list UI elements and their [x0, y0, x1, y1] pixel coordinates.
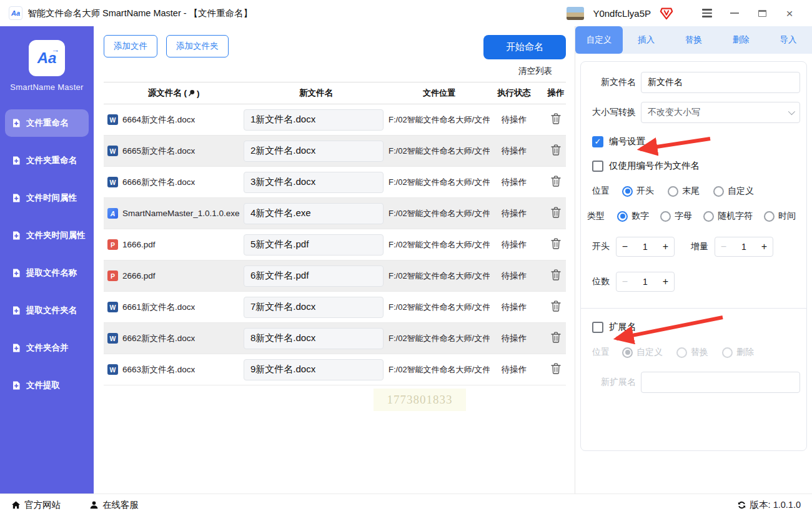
sidebar-item-2[interactable]: 文件夹重命名 [5, 147, 89, 174]
tab-删除[interactable]: 删除 [717, 26, 765, 54]
minimize-button[interactable] [721, 3, 748, 23]
file-location: F:/02智能文件命名大师/文件. [389, 146, 490, 157]
delete-row-button[interactable] [551, 238, 561, 249]
sidebar-item-4[interactable]: 文件夹时间属性 [5, 222, 89, 249]
maximize-icon [758, 10, 766, 17]
only-number-checkbox[interactable] [592, 161, 603, 172]
chevron-down-icon [788, 108, 795, 115]
radio-末尾[interactable]: 末尾 [664, 186, 700, 197]
tab-自定义[interactable]: 自定义 [575, 26, 623, 54]
delete-row-button[interactable] [551, 332, 561, 343]
source-file-name: 6664新文件名.docx [122, 114, 195, 126]
new-file-name-input[interactable] [244, 234, 384, 256]
radio-随机字符[interactable]: 随机字符 [700, 211, 753, 222]
footer: 官方网站 在线客服 版本: 1.0.1.0 [0, 494, 812, 516]
trash-icon [551, 144, 561, 156]
add-folder-button[interactable]: 添加文件夹 [166, 35, 229, 57]
app-window: Aa 智能文件命名大师 SmartName Master - 【文件重命名】 Y… [0, 0, 812, 516]
clear-list-button[interactable]: 清空列表 [518, 66, 552, 76]
titlebar: Aa 智能文件命名大师 SmartName Master - 【文件重命名】 Y… [0, 0, 812, 26]
file-type-icon: P [107, 239, 118, 250]
trash-icon [551, 113, 561, 124]
new-file-name-input[interactable] [244, 359, 384, 380]
delete-row-button[interactable] [551, 176, 561, 187]
radio-icon [622, 186, 633, 197]
sidebar-item-label: 文件提取 [26, 380, 60, 391]
radio-时间[interactable]: 时间 [760, 211, 796, 222]
official-site-link[interactable]: 官方网站 [11, 499, 61, 511]
delete-row-button[interactable] [551, 144, 561, 156]
user-avatar[interactable] [567, 7, 584, 20]
file-type-icon: W [107, 333, 118, 344]
execution-status: 待操作 [490, 333, 538, 344]
plus-button[interactable]: + [657, 272, 674, 291]
source-file-name: SmartNameMaster_1.0.1.0.exe [122, 209, 240, 218]
minus-button[interactable]: − [616, 237, 633, 256]
delete-row-button[interactable] [551, 269, 561, 280]
maximize-button[interactable] [748, 3, 776, 23]
radio-数字[interactable]: 数字 [613, 211, 649, 222]
stepper-value: 1 [633, 277, 657, 287]
new-extension-input[interactable] [641, 372, 800, 393]
tab-替换[interactable]: 替换 [670, 26, 718, 54]
sidebar-item-6[interactable]: 提取文件夹名 [5, 297, 89, 324]
new-file-name-input[interactable] [244, 265, 384, 287]
sidebar: Aa→ SmartName Master 文件重命名 文件夹重命名 文件时间属性… [0, 26, 94, 494]
sidebar-item-7[interactable]: 文件夹合并 [5, 334, 89, 362]
radio-替换[interactable]: 替换 [673, 347, 708, 358]
new-file-name-input[interactable] [244, 109, 384, 131]
radio-自定义[interactable]: 自定义 [710, 186, 754, 197]
refresh-icon[interactable] [737, 500, 746, 510]
source-file-name: 6665新文件名.docx [122, 146, 195, 157]
delete-row-button[interactable] [551, 207, 561, 218]
radio-icon [617, 211, 628, 222]
stepper-label: 开头 [592, 241, 610, 252]
delete-row-button[interactable] [551, 363, 561, 374]
add-file-button[interactable]: 添加文件 [104, 35, 157, 57]
radio-开头[interactable]: 开头 [618, 186, 654, 197]
minus-button[interactable]: − [616, 272, 633, 291]
sidebar-item-8[interactable]: 文件提取 [5, 372, 89, 399]
tab-导入[interactable]: 导入 [765, 26, 812, 54]
radio-删除[interactable]: 删除 [718, 347, 754, 358]
sidebar-item-label: 文件夹合并 [26, 342, 69, 354]
start-rename-button[interactable]: 开始命名 [483, 35, 566, 59]
delete-row-button[interactable] [551, 300, 561, 312]
new-file-name-input[interactable] [244, 203, 384, 224]
menu-button[interactable] [693, 3, 721, 23]
new-file-name-input[interactable] [244, 172, 384, 193]
radio-option-label: 数字 [631, 211, 649, 222]
sidebar-item-label: 文件夹时间属性 [26, 230, 86, 241]
numbering-checkbox[interactable]: ✓ [592, 136, 603, 147]
watermark: 1773801833 [374, 389, 466, 411]
support-person-icon [89, 500, 99, 510]
new-name-input[interactable] [641, 72, 800, 93]
case-convert-select[interactable]: 不改变大小写 [641, 102, 800, 123]
radio-option-label: 随机字符 [718, 211, 753, 222]
close-button[interactable]: × [776, 3, 803, 23]
sidebar-item-label: 文件夹重命名 [26, 155, 77, 166]
plus-button[interactable]: + [657, 237, 674, 256]
sort-pin-icon[interactable] [188, 89, 196, 97]
radio-自定义[interactable]: 自定义 [618, 347, 663, 358]
sidebar-item-1[interactable]: 文件重命名 [5, 109, 89, 137]
minus-button[interactable]: − [715, 237, 732, 256]
extension-checkbox[interactable] [592, 322, 603, 333]
new-file-name-input[interactable] [244, 141, 384, 162]
radio-字母[interactable]: 字母 [656, 211, 692, 222]
delete-row-button[interactable] [551, 113, 561, 124]
new-file-name-input[interactable] [244, 297, 384, 318]
tab-插入[interactable]: 插入 [623, 26, 670, 54]
only-number-label: 仅使用编号作为文件名 [609, 160, 700, 172]
col-new-name: 新文件名 [244, 87, 389, 99]
file-type-icon: W [107, 302, 118, 312]
plus-button[interactable]: + [756, 237, 773, 256]
col-action: 操作 [538, 87, 573, 99]
vip-badge-icon [660, 6, 673, 20]
new-file-name-input[interactable] [244, 328, 384, 349]
online-support-link[interactable]: 在线客服 [89, 499, 139, 511]
sidebar-item-3[interactable]: 文件时间属性 [5, 184, 89, 212]
sidebar-item-5[interactable]: 提取文件名称 [5, 259, 89, 287]
app-name: SmartName Master [0, 82, 94, 92]
trash-icon [551, 207, 561, 218]
